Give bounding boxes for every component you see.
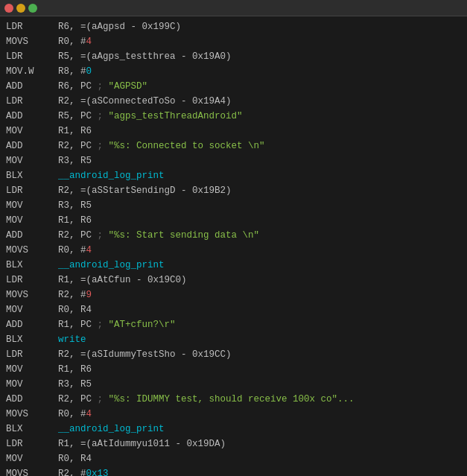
immediate-red: 4 bbox=[86, 409, 92, 419]
register: R0, R4 bbox=[58, 305, 92, 315]
function-ref: write bbox=[58, 334, 86, 345]
operands: R2, =(aSConnectedToSo - 0x19A4) bbox=[58, 95, 232, 108]
immediate-cyan: 0 bbox=[86, 66, 92, 77]
operands: R2, #9 bbox=[58, 288, 92, 302]
register: - 0x199C) bbox=[125, 22, 181, 32]
mnemonic: MOV bbox=[6, 124, 58, 138]
immediate-red: 9 bbox=[86, 290, 92, 300]
register: R2, =( bbox=[58, 185, 92, 196]
register: R1, =( bbox=[58, 275, 92, 285]
register: R8, # bbox=[58, 66, 86, 77]
operands: __android_log_print bbox=[58, 169, 165, 183]
code-line: MOVR0, R4 bbox=[0, 451, 467, 466]
register: R0, # bbox=[58, 37, 86, 47]
mnemonic: MOVS bbox=[6, 467, 58, 476]
register: - 0x19A4) bbox=[176, 96, 232, 107]
code-line: ADDR2, PC ; "%s: Connected to socket \n" bbox=[0, 139, 467, 153]
mnemonic: MOVS bbox=[6, 244, 58, 257]
string-literal: "%s: Start sending data \n" bbox=[109, 230, 260, 241]
mnemonic: MOVS bbox=[6, 35, 58, 48]
mnemonic: MOVS bbox=[6, 288, 58, 302]
code-line: BLX__android_log_print bbox=[0, 422, 467, 437]
mnemonic: MOVS bbox=[6, 407, 58, 421]
mnemonic: ADD bbox=[6, 318, 58, 331]
comment: ; bbox=[98, 81, 109, 92]
operands: R1, R6 bbox=[58, 363, 92, 376]
variable-name: aSIdummyTestSho bbox=[92, 349, 176, 360]
mnemonic: MOV.W bbox=[6, 65, 58, 78]
variable-name: aAgpsd bbox=[92, 22, 125, 32]
operands: R3, R5 bbox=[58, 378, 92, 391]
operands: R3, R5 bbox=[58, 199, 92, 212]
mnemonic: LDR bbox=[6, 95, 58, 108]
immediate-red: 4 bbox=[86, 245, 92, 256]
function-ref: __android_log_print bbox=[58, 424, 165, 434]
mnemonic: MOV bbox=[6, 378, 58, 391]
function-ref: __android_log_print bbox=[58, 260, 165, 270]
minimize-btn[interactable] bbox=[16, 4, 25, 13]
operands: R5, PC ; "agps_testThreadAndroid" bbox=[58, 110, 243, 123]
mnemonic: MOV bbox=[6, 154, 58, 168]
register: R0, # bbox=[58, 245, 86, 256]
code-line: MOVR3, R5 bbox=[0, 198, 467, 213]
mnemonic: LDR bbox=[6, 50, 58, 63]
code-line: MOVSR0, #4 bbox=[0, 407, 467, 422]
mnemonic: LDR bbox=[6, 437, 58, 451]
operands: R1, =(aAtCfun - 0x19C0) bbox=[58, 273, 187, 287]
register: R2, PC bbox=[58, 141, 98, 151]
operands: R1, PC ; "AT+cfun?\r" bbox=[58, 318, 176, 331]
mnemonic: LDR bbox=[6, 20, 58, 34]
operands: R6, =(aAgpsd - 0x199C) bbox=[58, 20, 181, 34]
operands: R2, PC ; "%s: IDUMMY test, should receiv… bbox=[58, 393, 355, 406]
mnemonic: ADD bbox=[6, 110, 58, 123]
mnemonic: ADD bbox=[6, 229, 58, 242]
register: R6, PC bbox=[58, 81, 98, 92]
operands: R0, #4 bbox=[58, 35, 92, 48]
variable-name: aSStartSendingD bbox=[92, 185, 176, 196]
function-ref: __android_log_print bbox=[58, 171, 165, 181]
mnemonic: MOV bbox=[6, 214, 58, 227]
register: R1, =( bbox=[58, 439, 92, 449]
string-literal: "%s: IDUMMY test, should receive 100x co… bbox=[109, 394, 355, 404]
register: - 0x19A0) bbox=[176, 51, 232, 62]
code-line: ADDR2, PC ; "%s: Start sending data \n" bbox=[0, 228, 467, 243]
code-line: MOVSR2, #0x13 bbox=[0, 466, 467, 476]
close-btn[interactable] bbox=[4, 4, 13, 13]
mnemonic: ADD bbox=[6, 80, 58, 93]
code-line: BLXwrite bbox=[0, 332, 467, 347]
operands: R8, #0 bbox=[58, 65, 92, 78]
register: - 0x19B2) bbox=[176, 185, 232, 196]
register: R3, R5 bbox=[58, 156, 92, 166]
operands: R2, =(aSStartSendingD - 0x19B2) bbox=[58, 184, 232, 197]
operands: write bbox=[58, 333, 86, 346]
operands: R0, #4 bbox=[58, 407, 92, 421]
mnemonic: MOV bbox=[6, 199, 58, 212]
code-line: MOVSR0, #4 bbox=[0, 34, 467, 49]
operands: R2, #0x13 bbox=[58, 467, 109, 476]
operands: R2, PC ; "%s: Start sending data \n" bbox=[58, 229, 259, 242]
code-line: LDRR6, =(aAgpsd - 0x199C) bbox=[0, 19, 467, 34]
operands: R0, #4 bbox=[58, 244, 92, 257]
mnemonic: BLX bbox=[6, 422, 58, 436]
register: R2, =( bbox=[58, 96, 92, 107]
register: - 0x19C0) bbox=[131, 275, 187, 285]
register: R2, PC bbox=[58, 394, 98, 404]
mnemonic: ADD bbox=[6, 139, 58, 153]
code-line: ADDR5, PC ; "agps_testThreadAndroid" bbox=[0, 109, 467, 124]
register: - 0x19CC) bbox=[176, 349, 232, 360]
register: - 0x19DA) bbox=[170, 439, 226, 449]
register: R3, R5 bbox=[58, 379, 92, 390]
code-line: LDRR1, =(aAtIdummyu1011 - 0x19DA) bbox=[0, 437, 467, 451]
operands: R3, R5 bbox=[58, 154, 92, 168]
code-line: LDRR2, =(aSIdummyTestSho - 0x19CC) bbox=[0, 347, 467, 362]
code-line: LDRR5, =(aAgps_testthrea - 0x19A0) bbox=[0, 49, 467, 64]
mnemonic: LDR bbox=[6, 348, 58, 361]
code-line: ADDR2, PC ; "%s: IDUMMY test, should rec… bbox=[0, 392, 467, 407]
code-line: MOVR1, R6 bbox=[0, 124, 467, 139]
register: R6, =( bbox=[58, 22, 92, 32]
maximize-btn[interactable] bbox=[28, 4, 37, 13]
code-line: MOVR1, R6 bbox=[0, 213, 467, 228]
register: R1, R6 bbox=[58, 126, 92, 136]
string-literal: "%s: Connected to socket \n" bbox=[109, 141, 265, 151]
register: R1, R6 bbox=[58, 215, 92, 226]
